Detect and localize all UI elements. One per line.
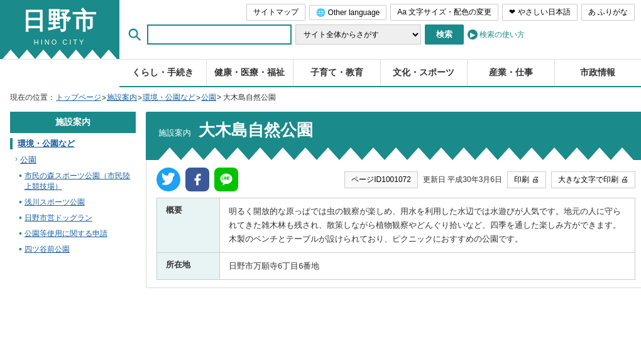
search-usage-label: 検索の使い方	[479, 29, 525, 40]
line-icon	[219, 172, 234, 187]
twitter-icon	[162, 173, 175, 186]
sidebar-item-asagawa[interactable]: • 浅川スポーツ公園	[10, 196, 136, 209]
page-id-box: ページID1001072	[344, 171, 418, 188]
nav-item-kenko[interactable]: 健康・医療・福祉	[207, 60, 294, 86]
value-shozaichi: 日野市万願寺6丁目6番地	[220, 253, 635, 280]
sidebar-item-koen[interactable]: › 公園	[10, 153, 136, 167]
sidebar-item-shimin[interactable]: • 市民の森スポーツ公園（市民陸上競技場）	[10, 169, 136, 193]
facebook-icon	[190, 173, 204, 186]
fontsize-button[interactable]: Aa 文字サイズ・配色の変更	[390, 4, 498, 21]
sidebar-title: 施設案内	[10, 112, 136, 133]
print-big-label: 大きな文字で印刷	[558, 174, 618, 185]
logo: 日野市 HINO CITY	[0, 0, 119, 59]
print-big-button[interactable]: 大きな文字で印刷 🖨	[551, 171, 635, 188]
svg-point-0	[129, 29, 138, 38]
content-header: 施設案内 大木島自然公園	[146, 112, 641, 160]
bullet-icon: •	[19, 213, 22, 223]
bullet-icon: •	[19, 228, 22, 238]
search-usage-icon: ▶	[468, 29, 478, 40]
chevron-icon: ›	[15, 154, 18, 163]
svg-line-1	[136, 36, 140, 40]
content-area: 施設案内 大木島自然公園	[146, 112, 641, 288]
globe-icon: 🌐	[316, 8, 326, 17]
logo-kanji: 日野市	[22, 5, 97, 37]
breadcrumb-current: > 大木島自然公園	[217, 92, 276, 103]
mountain-icon	[35, 50, 52, 59]
print-label: 印刷	[514, 174, 529, 185]
easy-japanese-button[interactable]: ❤ やさしい日本語	[502, 4, 577, 21]
sidebar: 施設案内 環境・公園など › 公園 • 市民の森スポーツ公園（市民陸上競技場） …	[10, 112, 136, 288]
mountain-icon	[84, 50, 101, 59]
mountain-icon	[19, 50, 35, 59]
mountains-decoration	[158, 147, 633, 160]
line-button[interactable]	[214, 168, 238, 191]
bullet-icon: •	[19, 197, 22, 207]
twitter-button[interactable]	[156, 168, 180, 191]
search-button[interactable]: 検索	[425, 24, 464, 45]
sitemap-button[interactable]: サイトマップ	[246, 4, 305, 21]
furigana-button[interactable]: あ ふりがな	[581, 4, 635, 21]
mountain-icon	[68, 50, 84, 59]
search-icon	[126, 26, 143, 43]
sidebar-section-link[interactable]: 環境・公園など	[18, 139, 75, 148]
label-shozaichi: 所在地	[157, 253, 220, 280]
nav-item-shisei[interactable]: 市政情報	[555, 60, 642, 86]
table-row: 所在地 日野市万願寺6丁目6番地	[157, 253, 635, 280]
breadcrumb-park[interactable]: 公園	[201, 92, 216, 103]
page-title: 大木島自然公園	[199, 119, 313, 141]
social-icons	[156, 168, 238, 191]
update-date: 更新日 平成30年3月6日	[423, 174, 502, 185]
breadcrumb-facility[interactable]: 施設案内	[107, 92, 137, 103]
breadcrumb-top[interactable]: トップページ	[56, 92, 101, 103]
breadcrumb-prefix: 現在の位置：	[10, 92, 55, 103]
nav-item-kurashi[interactable]: くらし・手続き	[119, 60, 207, 86]
bullet-icon: •	[19, 244, 22, 254]
mountain-icon	[52, 50, 68, 59]
content-body: ページID1001072 更新日 平成30年3月6日 印刷 🖨 大きな文字で印刷…	[146, 160, 641, 288]
printer-big-icon: 🖨	[621, 175, 628, 184]
print-button[interactable]: 印刷 🖨	[507, 171, 546, 188]
logo-romaji: HINO CITY	[34, 38, 86, 46]
breadcrumb: 現在の位置： トップページ > 施設案内 > 環境・公園など > 公園 > 大木…	[0, 87, 641, 108]
search-usage-link[interactable]: ▶ 検索の使い方	[468, 29, 525, 40]
bullet-icon: •	[19, 171, 22, 181]
breadcrumb-environment[interactable]: 環境・公園など	[143, 92, 195, 103]
value-gaiyou: 明るく開放的な原っぱでは虫の観察が楽しめ、用水を利用した水辺では水遊びが人気です…	[220, 198, 635, 253]
search-input[interactable]	[147, 24, 292, 45]
mountain-icon	[3, 50, 19, 59]
nav-item-sangyo[interactable]: 産業・仕事	[468, 60, 555, 86]
table-row: 概要 明るく開放的な原っぱでは虫の観察が楽しめ、用水を利用した水辺では水遊びが人…	[157, 198, 635, 253]
content-header-label: 施設案内	[158, 127, 191, 139]
mountain-icon	[101, 50, 117, 59]
printer-icon: 🖨	[532, 175, 539, 184]
language-button[interactable]: 🌐 Other language	[309, 5, 387, 20]
sidebar-item-yotsuyamae[interactable]: • 四ツ谷前公園	[10, 243, 136, 256]
nav-item-bunka[interactable]: 文化・スポーツ	[381, 60, 468, 86]
nav-item-kosodate[interactable]: 子育て・教育	[293, 60, 381, 86]
facebook-button[interactable]	[185, 168, 209, 191]
search-scope-select[interactable]: サイト全体からさがす	[295, 24, 421, 45]
sidebar-item-dogrun[interactable]: • 日野市営ドッグラン	[10, 211, 136, 225]
label-gaiyou: 概要	[157, 198, 220, 253]
info-table: 概要 明るく開放的な原っぱでは虫の観察が楽しめ、用水を利用した水辺では水遊びが人…	[156, 198, 635, 280]
sidebar-item-shinsei[interactable]: • 公園等使用に関する申請	[10, 227, 136, 240]
